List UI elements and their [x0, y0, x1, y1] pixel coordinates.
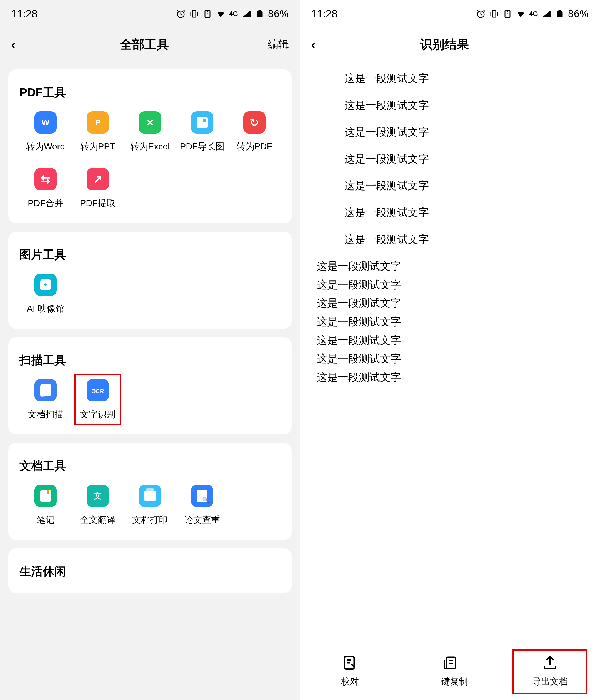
section-lifestyle: 生活休闲 [8, 548, 292, 593]
proofread-icon [342, 654, 358, 671]
word-icon [34, 111, 57, 133]
back-button[interactable]: ‹ [311, 36, 328, 53]
ocr-line: 这是一段测试文字 [345, 70, 586, 88]
svg-rect-1 [193, 10, 196, 17]
tool-to-pdf[interactable]: 转为PDF [228, 111, 280, 153]
section-title: 扫描工具 [20, 352, 280, 368]
svg-rect-6 [493, 10, 496, 17]
tool-label: 转为Word [26, 141, 65, 153]
section-pdf-tools: PDF工具 转为Word 转为PPT 转为Excel PDF导长图 [8, 70, 292, 223]
section-title: 文档工具 [20, 458, 280, 474]
battery-icon [255, 9, 265, 19]
ocr-result-body: 这是一段测试文字 这是一段测试文字 这是一段测试文字 这是一段测试文字 这是一段… [300, 61, 600, 386]
tool-pdf-merge[interactable]: PDF合并 [20, 168, 72, 209]
section-title: 生活休闲 [20, 564, 280, 579]
vibrate-icon [489, 9, 499, 19]
action-export-doc[interactable]: 导出文档 [500, 654, 600, 688]
signal-icon [242, 9, 251, 19]
extract-icon [87, 168, 109, 190]
tool-notes[interactable]: 笔记 [20, 485, 72, 526]
translate-icon [87, 485, 109, 507]
status-time: 11:28 [311, 8, 338, 20]
action-proofread[interactable]: 校对 [300, 654, 400, 688]
svg-rect-8 [557, 11, 562, 17]
ppt-icon [87, 111, 109, 133]
scan-icon [34, 379, 57, 401]
ocr-line: 这是一段测试文字 [317, 313, 586, 331]
tool-label: PDF合并 [28, 197, 63, 209]
sim-icon [502, 9, 512, 19]
status-bar: 11:28 4G 86% [0, 0, 300, 28]
tool-ai-gallery[interactable]: AI 映像馆 [20, 274, 72, 315]
ocr-text-block-left: 这是一段测试文字 这是一段测试文字 这是一段测试文字 这是一段测试文字 这是一段… [317, 257, 586, 386]
tool-label: 转为PPT [80, 141, 115, 153]
battery-icon [555, 9, 565, 19]
section-scan-tools: 扫描工具 文档扫描 文字识别 [8, 337, 292, 434]
nav-bar-right: ‹ 识别结果 [300, 28, 600, 61]
tool-label: 转为Excel [130, 141, 170, 153]
section-image-tools: 图片工具 AI 映像馆 [8, 232, 292, 329]
ocr-line: 这是一段测试文字 [345, 123, 586, 141]
ocr-line: 这是一段测试文字 [345, 230, 586, 249]
ocr-line: 这是一段测试文字 [345, 204, 586, 222]
ocr-text-block-centered: 这是一段测试文字 这是一段测试文字 这是一段测试文字 这是一段测试文字 这是一段… [345, 70, 586, 248]
section-title: 图片工具 [20, 247, 280, 262]
sim-icon [202, 9, 212, 19]
ocr-line: 这是一段测试文字 [345, 177, 586, 195]
tool-to-excel[interactable]: 转为Excel [124, 111, 176, 153]
tool-print[interactable]: 文档打印 [124, 485, 176, 526]
ocr-line: 这是一段测试文字 [317, 350, 586, 368]
ai-gallery-icon [34, 274, 57, 296]
ocr-line: 这是一段测试文字 [317, 294, 586, 312]
tool-doc-scan[interactable]: 文档扫描 [20, 379, 72, 421]
section-title: PDF工具 [20, 85, 280, 100]
print-icon [139, 485, 161, 507]
pdf-icon [243, 111, 266, 133]
export-icon [542, 654, 558, 671]
tool-ocr[interactable]: 文字识别 [72, 379, 124, 421]
ocr-line: 这是一段测试文字 [345, 96, 586, 115]
tool-label: 笔记 [37, 514, 54, 526]
ocr-line: 这是一段测试文字 [317, 331, 586, 349]
note-icon [34, 485, 57, 507]
status-icons: 4G 86% [476, 8, 589, 20]
back-button[interactable]: ‹ [11, 36, 28, 53]
page-title: 全部工具 [28, 36, 261, 53]
excel-icon [139, 111, 161, 133]
tool-label: 文字识别 [80, 408, 116, 421]
tool-label: PDF导长图 [180, 141, 224, 153]
wifi-icon [216, 9, 226, 19]
merge-icon [34, 168, 57, 190]
signal-icon [542, 9, 551, 19]
ocr-line: 这是一段测试文字 [317, 276, 586, 294]
wifi-icon [516, 9, 526, 19]
tool-label: 文档打印 [132, 514, 168, 526]
tool-label: 论文查重 [184, 514, 220, 526]
action-label: 一键复制 [432, 676, 468, 688]
action-copy-all[interactable]: 一键复制 [400, 654, 500, 688]
tool-label: AI 映像馆 [27, 303, 64, 315]
alarm-icon [476, 9, 486, 19]
svg-rect-3 [257, 11, 262, 17]
svg-rect-9 [558, 10, 561, 12]
bottom-action-bar: 校对 一键复制 导出文档 [300, 642, 600, 700]
svg-rect-4 [258, 10, 261, 12]
ocr-line: 这是一段测试文字 [345, 150, 586, 168]
tool-label: 文档扫描 [28, 408, 63, 421]
tool-label: 全文翻译 [80, 514, 116, 526]
tool-plagiarism-check[interactable]: 论文查重 [176, 485, 228, 526]
action-label: 导出文档 [532, 676, 568, 688]
status-icons: 4G 86% [176, 8, 289, 20]
tool-long-image[interactable]: PDF导长图 [176, 111, 228, 153]
ocr-line: 这是一段测试文字 [317, 368, 586, 386]
edit-button[interactable]: 编辑 [261, 38, 289, 52]
section-doc-tools: 文档工具 笔记 全文翻译 文档打印 论文查重 [8, 443, 292, 540]
ocr-icon [87, 379, 109, 401]
tool-to-ppt[interactable]: 转为PPT [72, 111, 124, 153]
battery-percent: 86% [568, 8, 589, 20]
status-bar: 11:28 4G 86% [300, 0, 600, 28]
tool-pdf-extract[interactable]: PDF提取 [72, 168, 124, 209]
tool-translate[interactable]: 全文翻译 [72, 485, 124, 526]
tool-to-word[interactable]: 转为Word [20, 111, 72, 153]
status-time: 11:28 [11, 8, 38, 20]
